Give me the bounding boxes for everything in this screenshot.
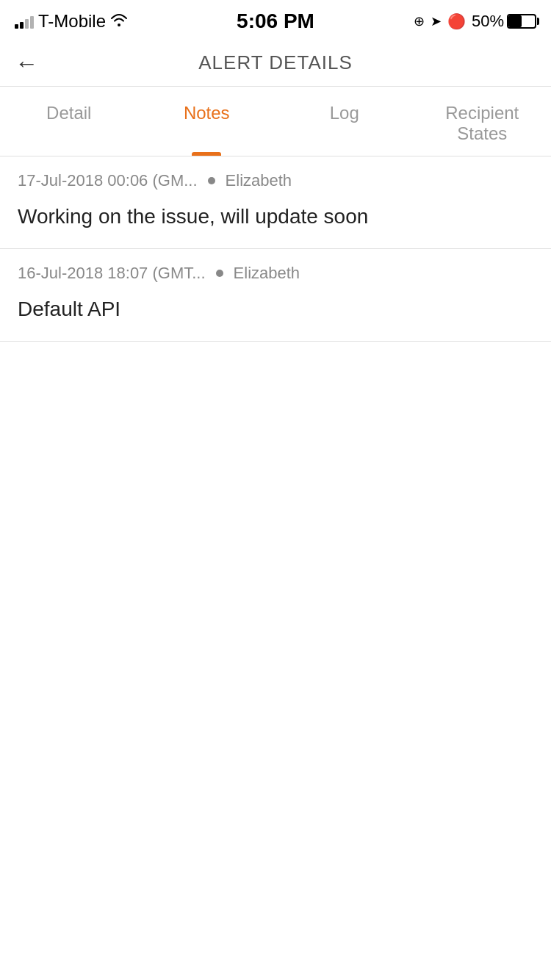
status-left: T-Mobile: [15, 11, 128, 32]
note-meta-2: 16-Jul-2018 18:07 (GMT... Elizabeth: [18, 264, 533, 283]
note-author-1: Elizabeth: [226, 171, 292, 190]
note-meta-1: 17-Jul-2018 00:06 (GM... Elizabeth: [18, 171, 533, 190]
tab-log[interactable]: Log: [276, 87, 414, 156]
back-arrow-icon: ←: [15, 51, 38, 75]
battery-icon: [507, 14, 536, 29]
tabs-bar: Detail Notes Log Recipient States: [0, 87, 551, 156]
note-content-2: Default API: [18, 295, 533, 323]
navigation-icon: ➤: [431, 13, 442, 29]
page-title: ALERT DETAILS: [198, 51, 353, 74]
back-button[interactable]: ←: [15, 51, 38, 75]
tab-detail[interactable]: Detail: [0, 87, 138, 156]
status-bar: T-Mobile 5:06 PM ⊕ ➤ 🔴 50%: [0, 0, 551, 40]
note-timestamp-1: 17-Jul-2018 00:06 (GM...: [18, 171, 198, 190]
note-timestamp-2: 16-Jul-2018 18:07 (GMT...: [18, 264, 206, 283]
notes-list: 17-Jul-2018 00:06 (GM... Elizabeth Worki…: [0, 156, 551, 342]
note-item-2: 16-Jul-2018 18:07 (GMT... Elizabeth Defa…: [0, 249, 551, 342]
header: ← ALERT DETAILS: [0, 40, 551, 87]
wifi-icon: [110, 13, 128, 30]
battery-container: 50%: [472, 12, 536, 31]
battery-percent: 50%: [472, 12, 504, 31]
tab-notes[interactable]: Notes: [138, 87, 276, 156]
battery-fill: [508, 15, 522, 27]
bluetooth-icon: 🔴: [447, 12, 466, 30]
status-right: ⊕ ➤ 🔴 50%: [414, 12, 536, 31]
tab-recipient-states[interactable]: Recipient States: [414, 87, 552, 156]
note-dot-1: [208, 177, 215, 184]
status-time: 5:06 PM: [237, 10, 314, 33]
location-icon: ⊕: [414, 13, 425, 29]
note-dot-2: [216, 270, 223, 277]
signal-icon: [15, 14, 34, 29]
note-author-2: Elizabeth: [234, 264, 300, 283]
note-item-1: 17-Jul-2018 00:06 (GM... Elizabeth Worki…: [0, 156, 551, 249]
note-content-1: Working on the issue, will update soon: [18, 202, 533, 231]
carrier-name: T-Mobile: [38, 11, 106, 32]
